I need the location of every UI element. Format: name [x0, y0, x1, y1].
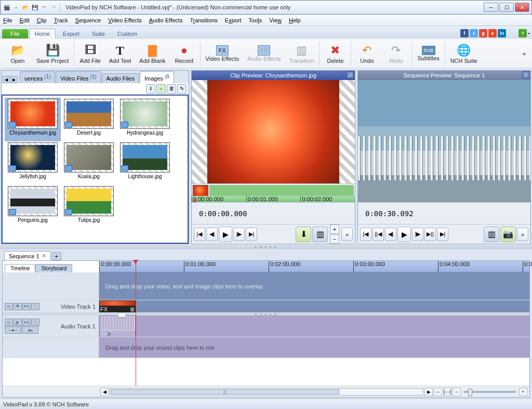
overlay-track[interactable]: Drag and drop your video, text and image…: [99, 272, 529, 300]
clip-play-button[interactable]: ▶: [219, 227, 232, 242]
audio-track[interactable]: 0.0 FX 🔊: [99, 315, 529, 337]
thumb-hydrangeas[interactable]: Hydrangeas.jpg: [117, 98, 173, 141]
thumb-tulips[interactable]: Tulips.jpg: [61, 185, 117, 229]
qa-redo-icon[interactable]: ↷: [49, 3, 58, 11]
thumb-penguins[interactable]: Penguins.jpg: [5, 185, 61, 229]
clip-next-button[interactable]: |▶: [233, 228, 245, 241]
video-track[interactable]: FX≣: [99, 300, 529, 312]
google-plus-icon[interactable]: g: [479, 29, 487, 37]
bin-tab-prev[interactable]: ◀: [3, 76, 10, 83]
tl-zoom-out[interactable]: −: [453, 388, 461, 396]
menu-view[interactable]: View: [269, 17, 282, 23]
seq-more-button[interactable]: »: [517, 228, 528, 241]
tool-addfile[interactable]: 🎞Add File: [75, 39, 104, 68]
minimize-button[interactable]: ─: [484, 3, 498, 12]
audio-clip[interactable]: 0.0 FX 🔊: [99, 315, 136, 337]
atrack-solo-icon[interactable]: ⬚: [31, 319, 39, 326]
linkedin-icon[interactable]: in: [498, 29, 506, 37]
tl-zoom-fit[interactable]: ↔: [434, 388, 442, 396]
ribbon-tab-export[interactable]: Export: [58, 29, 85, 38]
bin-tab-images[interactable]: Images (8: [140, 71, 174, 83]
tl-zoom-in[interactable]: +: [519, 388, 527, 396]
seq-snapshot-button[interactable]: 📷: [500, 227, 516, 242]
vtrack-fx-icon[interactable]: FX: [22, 303, 31, 310]
thumb-jellyfish[interactable]: Jellyfish.jpg: [5, 141, 61, 185]
sequence-add-button[interactable]: +: [52, 252, 61, 260]
stumble-icon[interactable]: s: [488, 29, 497, 37]
tool-save[interactable]: 💾Save Project: [32, 39, 73, 68]
ribbon-file-tab[interactable]: File: [2, 29, 28, 38]
atrack-vol-icon[interactable]: ─●─: [5, 326, 21, 334]
menu-sequence[interactable]: Sequence: [75, 17, 101, 23]
seq-split-button[interactable]: ▥: [484, 227, 499, 242]
timeline-ruler[interactable]: 0:00:00.0000:01:00.0000:02:00.0000:03:00…: [99, 261, 529, 272]
menu-clip[interactable]: Clip: [37, 17, 47, 23]
clip-end-button[interactable]: ▶|: [246, 228, 257, 241]
video-clip[interactable]: FX≣: [99, 300, 136, 312]
clip-start-button[interactable]: |◀: [194, 228, 205, 241]
seq-play-button[interactable]: ▶: [397, 227, 411, 242]
qa-save-icon[interactable]: 💾: [31, 3, 39, 11]
atrack-show-icon[interactable]: ▭: [5, 319, 13, 326]
bin-add-button[interactable]: ⬇: [146, 84, 155, 94]
clip-mini-timeline[interactable]: 0:00:00.000 0:00:01.000 0:00:02.000: [192, 183, 355, 202]
menu-edit[interactable]: Edit: [20, 17, 30, 23]
tool-record[interactable]: ●Record: [170, 39, 199, 68]
clip-more-button[interactable]: »: [341, 228, 353, 241]
menu-audio-effects[interactable]: Audio Effects: [149, 17, 183, 23]
ribbon-tab-custom[interactable]: Custom: [112, 29, 142, 38]
atrack-fx-icon[interactable]: FX: [22, 319, 31, 326]
ribbon-tab-suite[interactable]: Suite: [87, 29, 110, 38]
menu-help[interactable]: Help: [289, 17, 301, 23]
clip-zoom-out[interactable]: −: [330, 234, 339, 244]
thumb-desert[interactable]: Desert.jpg: [61, 98, 117, 141]
maximize-button[interactable]: ☐: [499, 3, 514, 12]
seq-stepfwd-button[interactable]: |▶: [412, 228, 423, 241]
tool-vfx[interactable]: FXVideo Effects: [202, 39, 243, 68]
clip-prev-button[interactable]: ◀|: [206, 228, 218, 241]
sequence-tab-close-icon[interactable]: ✕: [42, 253, 46, 259]
clip-overlay-button[interactable]: ▥: [312, 227, 328, 242]
qa-undo-icon[interactable]: ↶: [40, 3, 48, 11]
tl-scroll-right[interactable]: ▶: [424, 388, 433, 396]
bin-tab-next[interactable]: ▶: [10, 76, 18, 83]
thumb-chrysanthemum[interactable]: Chrysanthemum.jpg: [5, 98, 61, 141]
thumb-koala[interactable]: Koala.jpg: [61, 141, 117, 185]
atrack-speaker-icon[interactable]: 🔊: [14, 319, 22, 326]
close-button[interactable]: ✕: [515, 3, 529, 12]
tool-suite[interactable]: 🌐NCH Suite: [446, 39, 482, 68]
menu-transitions[interactable]: Transitions: [190, 17, 217, 23]
vtrack-lock-icon[interactable]: ⬚: [31, 303, 39, 310]
tool-undo[interactable]: ↶Undo: [352, 39, 381, 68]
seq-stepback-button[interactable]: ◀|: [385, 228, 396, 241]
clip-preview-expand[interactable]: ⤢: [347, 71, 354, 78]
tool-del[interactable]: ✖Delete: [321, 39, 350, 68]
vtrack-show-icon[interactable]: ▭: [5, 303, 13, 310]
vtrack-eye-icon[interactable]: 👁: [14, 303, 22, 310]
sequence-tab[interactable]: Sequence 1 ✕: [4, 251, 51, 260]
tl-scrollbar[interactable]: |||: [110, 388, 423, 395]
facebook-icon[interactable]: f: [460, 29, 469, 37]
menu-track[interactable]: Track: [54, 17, 68, 23]
bin-effects-button[interactable]: ✎: [177, 84, 187, 94]
clip-zoom-in[interactable]: +: [330, 225, 339, 234]
tl-zoom-slider[interactable]: [464, 391, 516, 393]
timeline-playhead[interactable]: [136, 261, 136, 272]
seq-nextframe-button[interactable]: ▶||: [424, 228, 436, 241]
mix-track[interactable]: Drag and drop your sound clips here to m…: [99, 337, 529, 358]
help-icon[interactable]: ?: [518, 29, 527, 37]
atrack-pan-icon[interactable]: |●|: [22, 326, 38, 334]
bin-tab-video-files[interactable]: Video Files (1): [56, 71, 101, 83]
clip-preview-viewport[interactable]: [192, 80, 355, 183]
bin-list-button[interactable]: ≣: [167, 84, 176, 94]
tl-zoom-sel[interactable]: |↔|: [443, 388, 451, 396]
sequence-preview-expand[interactable]: ⤢: [522, 71, 529, 78]
tool-subs[interactable]: SUBSubtitles: [413, 39, 443, 68]
tool-open[interactable]: 📂Open: [3, 39, 32, 68]
clip-insert-button[interactable]: ⬇: [296, 227, 311, 242]
view-storyboard-tab[interactable]: Storyboard: [35, 264, 72, 272]
menu-video-effects[interactable]: Video Effects: [108, 17, 141, 23]
ribbon-tab-home[interactable]: Home: [29, 29, 56, 38]
menu-file[interactable]: File: [3, 17, 12, 23]
thumb-lighthouse[interactable]: Lighthouse.jpg: [117, 141, 173, 185]
